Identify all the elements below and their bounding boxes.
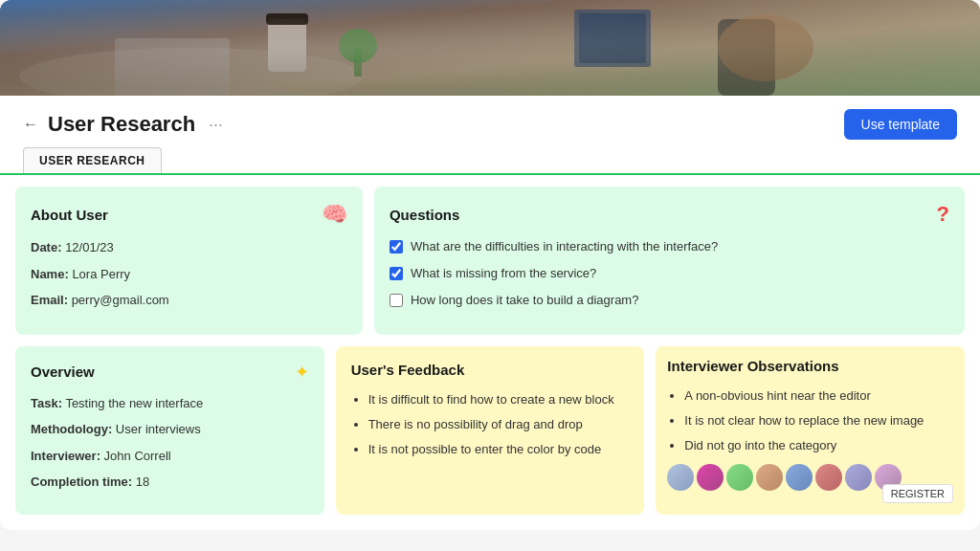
question-checkbox-2[interactable]	[390, 267, 403, 280]
users-feedback-card: User's Feedback It is difficult to find …	[336, 346, 645, 515]
svg-rect-2	[268, 19, 306, 72]
completion-row: Completion time: 18	[31, 473, 309, 492]
svg-rect-4	[115, 38, 230, 96]
email-label: Email:	[31, 293, 68, 307]
task-label: Task:	[31, 396, 62, 410]
svg-point-1	[19, 48, 364, 96]
question-mark-icon: ?	[937, 202, 949, 227]
observation-item-3: Did not go into the category	[684, 435, 953, 456]
interviewer-value: John Correll	[104, 449, 171, 463]
page-header: ← User Research ··· Use template	[0, 96, 980, 147]
feedback-header: User's Feedback	[351, 362, 630, 378]
feedback-item-3: It is not possible to enter the color by…	[368, 439, 630, 460]
hero-banner	[0, 0, 980, 96]
email-value: perry@gmail.com	[72, 293, 169, 307]
methodology-row: Methodology: User interviews	[31, 420, 309, 439]
question-item-2: What is missing from the service?	[390, 265, 949, 282]
questions-title: Questions	[390, 207, 459, 223]
date-row: Date: 12/01/23	[31, 238, 347, 257]
name-label: Name:	[31, 267, 69, 281]
name-value: Lora Perry	[72, 267, 130, 281]
about-user-card: About User 🧠 Date: 12/01/23 Name: Lora P…	[15, 187, 363, 335]
task-row: Task: Testing the new interface	[31, 394, 309, 413]
observations-title: Interviewer Observations	[667, 358, 838, 374]
feedback-item-2: There is no possibility of drag and drop	[368, 414, 630, 435]
avatar-7	[845, 464, 872, 491]
name-row: Name: Lora Perry	[31, 265, 347, 284]
avatar-6	[815, 464, 842, 491]
avatar-1	[667, 464, 694, 491]
content-grid: About User 🧠 Date: 12/01/23 Name: Lora P…	[0, 187, 980, 530]
date-value: 12/01/23	[65, 240, 114, 254]
question-checkbox-3[interactable]	[390, 294, 403, 307]
svg-point-8	[718, 14, 813, 81]
completion-label: Completion time:	[31, 474, 132, 489]
interviewer-label: Interviewer:	[31, 449, 100, 463]
register-label: REGISTER	[882, 484, 953, 503]
avatar-4	[756, 464, 783, 491]
avatar-2	[697, 464, 724, 491]
svg-point-6	[339, 29, 377, 63]
question-text-1: What are the difficulties in interacting…	[411, 238, 718, 255]
main-content: ← User Research ··· Use template USER RE…	[0, 96, 980, 530]
email-row: Email: perry@gmail.com	[31, 291, 347, 310]
feedback-list: It is difficult to find how to create a …	[351, 389, 630, 460]
overview-card: Overview ✦ Task: Testing the new interfa…	[15, 346, 324, 515]
overview-title: Overview	[31, 364, 95, 380]
header-left: ← User Research ···	[23, 112, 223, 137]
observation-item-2: It is not clear how to replace the new i…	[684, 410, 953, 431]
question-item-1: What are the difficulties in interacting…	[390, 238, 949, 255]
observations-list: A non-obvious hint near the editor It is…	[667, 386, 953, 456]
observation-item-1: A non-obvious hint near the editor	[684, 386, 953, 407]
task-value: Testing the new interface	[65, 396, 203, 410]
bottom-row: Overview ✦ Task: Testing the new interfa…	[15, 346, 965, 515]
interviewer-observations-card: Interviewer Observations A non-obvious h…	[656, 346, 965, 515]
brain-icon: 🧠	[322, 202, 347, 227]
question-text-3: How long does it take to build a diagram…	[411, 292, 638, 309]
svg-rect-3	[266, 13, 308, 25]
page-title: User Research	[48, 112, 195, 137]
use-template-button[interactable]: Use template	[844, 109, 957, 140]
feedback-item-1: It is difficult to find how to create a …	[368, 389, 630, 410]
more-options-button[interactable]: ···	[209, 115, 223, 135]
methodology-label: Methodology:	[31, 422, 112, 436]
about-user-title: About User	[31, 207, 108, 223]
question-item-3: How long does it take to build a diagram…	[390, 292, 949, 309]
tab-user-research[interactable]: USER RESEARCH	[23, 147, 162, 173]
svg-rect-0	[0, 0, 980, 96]
back-button[interactable]: ←	[23, 116, 38, 133]
about-user-header: About User 🧠	[31, 202, 347, 227]
interviewer-row: Interviewer: John Correll	[31, 447, 309, 466]
svg-rect-7	[718, 19, 775, 96]
avatar-3	[726, 464, 753, 491]
tabs-bar: USER RESEARCH	[0, 147, 980, 175]
feedback-title: User's Feedback	[351, 362, 465, 378]
completion-value: 18	[136, 474, 149, 489]
date-label: Date:	[31, 240, 62, 254]
avatar-5	[786, 464, 813, 491]
question-checkbox-1[interactable]	[390, 240, 403, 253]
svg-rect-9	[574, 10, 651, 67]
questions-header: Questions ?	[390, 202, 949, 227]
methodology-value: User interviews	[116, 422, 201, 436]
svg-rect-10	[579, 13, 646, 63]
observations-header: Interviewer Observations	[667, 358, 953, 374]
svg-rect-5	[354, 48, 362, 77]
overview-header: Overview ✦	[31, 362, 309, 383]
sparkle-icon: ✦	[295, 362, 309, 383]
question-text-2: What is missing from the service?	[411, 265, 596, 282]
questions-card: Questions ? What are the difficulties in…	[374, 187, 965, 335]
